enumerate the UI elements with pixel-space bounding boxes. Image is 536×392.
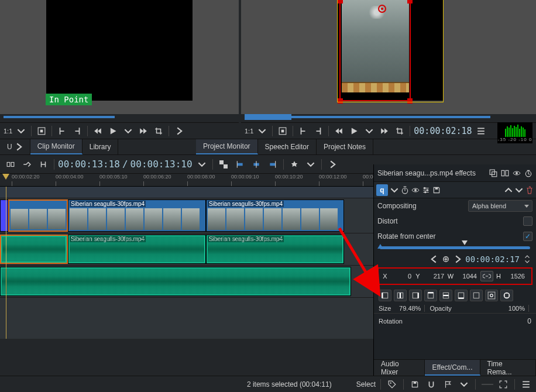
clip-scrubber[interactable] — [0, 114, 239, 122]
compositing-select[interactable]: Alpha blend — [468, 200, 532, 212]
tool-insert-icon[interactable] — [4, 157, 18, 171]
grid-icon[interactable] — [35, 125, 48, 137]
timeline-clip[interactable] — [0, 267, 351, 296]
rotate-from-center-checkbox[interactable] — [523, 232, 532, 241]
crop-icon[interactable] — [393, 125, 406, 137]
grid-icon[interactable] — [276, 125, 289, 137]
prev-keyframe-icon[interactable] — [430, 255, 438, 263]
clip-monitor-stage[interactable]: In Point — [0, 0, 239, 114]
align-btn[interactable] — [379, 290, 391, 301]
add-keyframe-icon[interactable] — [442, 255, 450, 263]
align-btn[interactable] — [409, 290, 422, 301]
rewind-icon[interactable] — [332, 125, 345, 137]
tab-project-monitor[interactable]: Project Monitor — [196, 139, 258, 154]
timeline-position[interactable]: 00:00:13:18 — [58, 159, 120, 170]
align-btn[interactable] — [470, 290, 483, 301]
align-right-icon[interactable] — [266, 157, 280, 171]
flag-icon[interactable] — [441, 378, 454, 391]
fit-btn[interactable] — [500, 290, 513, 301]
tab-clip-monitor[interactable]: Clip Monitor — [30, 139, 83, 154]
tab-library[interactable]: Library — [83, 139, 119, 154]
snap-icon[interactable] — [425, 378, 438, 391]
h-input[interactable]: 1526 — [503, 273, 527, 280]
timeline-clip[interactable]: Siberian seagulls-30fps.mp4 — [68, 200, 206, 232]
save-icon[interactable] — [408, 378, 421, 391]
timeline-clip[interactable]: Siberian seagulls-30fps.mp4 — [206, 200, 344, 232]
timeline-clip[interactable]: Siberian seagulls-30fps.mp4 — [68, 235, 206, 264]
distort-checkbox[interactable] — [523, 216, 532, 226]
mark-out-icon[interactable] — [312, 125, 325, 137]
chevron-up-icon[interactable] — [504, 186, 513, 194]
rotation-value[interactable]: 0 — [405, 317, 531, 325]
align-btn[interactable] — [424, 290, 437, 301]
w-input[interactable]: 1044 — [455, 273, 479, 280]
tool-overwrite-icon[interactable] — [20, 157, 34, 171]
project-zoom-label[interactable]: 1:1 — [245, 128, 253, 135]
chevron-down-icon[interactable] — [122, 125, 135, 137]
align-btn[interactable] — [394, 290, 407, 301]
checker-icon[interactable] — [217, 157, 231, 171]
chevron-down-icon[interactable] — [256, 125, 269, 137]
eye-icon[interactable] — [513, 169, 521, 177]
x-input[interactable]: 0 — [389, 273, 414, 280]
keyframe-slider[interactable] — [374, 244, 536, 253]
zoom-slider-icon[interactable] — [480, 378, 493, 391]
split-icon[interactable] — [501, 169, 509, 177]
mark-out-icon[interactable] — [71, 125, 84, 137]
tab-unknown[interactable]: U — [0, 139, 30, 154]
tool-spacer-icon[interactable] — [36, 157, 50, 171]
play-icon[interactable] — [106, 125, 119, 137]
clip-zoom-label[interactable]: 1:1 — [4, 128, 12, 135]
mark-in-icon[interactable] — [297, 125, 310, 137]
timeline-clip[interactable] — [0, 200, 8, 232]
tab-effect-compositing[interactable]: Effect/Com... — [425, 360, 480, 376]
chevron-down-icon[interactable] — [458, 378, 470, 391]
trash-icon[interactable] — [525, 186, 534, 194]
fast-forward-icon[interactable] — [137, 125, 150, 137]
hamburger-icon[interactable] — [475, 125, 487, 137]
timer-icon[interactable] — [524, 169, 532, 177]
hamburger-icon[interactable] — [520, 378, 532, 391]
star-icon[interactable] — [287, 157, 301, 171]
tab-speech-editor[interactable]: Speech Editor — [258, 139, 317, 154]
chevron-down-icon[interactable] — [515, 186, 523, 194]
effect-enable-toggle[interactable]: q — [376, 184, 388, 196]
rewind-icon[interactable] — [91, 125, 104, 137]
size-value[interactable]: 79.48% — [393, 305, 425, 312]
overflow-right-icon[interactable] — [325, 157, 339, 171]
opacity-value[interactable]: 100% — [454, 305, 529, 312]
chevron-down-icon[interactable] — [195, 157, 209, 171]
timeline-clip[interactable] — [0, 235, 68, 264]
crop-icon[interactable] — [152, 125, 165, 137]
stopwatch-icon[interactable] — [401, 186, 409, 194]
fast-forward-icon[interactable] — [378, 125, 391, 137]
align-left-icon[interactable] — [233, 157, 247, 171]
eye-icon[interactable] — [411, 186, 420, 194]
tab-project-notes[interactable]: Project Notes — [317, 139, 373, 154]
chevron-down-icon[interactable] — [390, 186, 398, 194]
tag-icon[interactable] — [386, 378, 398, 391]
fit-btn[interactable] — [485, 290, 498, 301]
chevron-down-icon[interactable] — [15, 125, 28, 137]
play-icon[interactable] — [348, 125, 360, 137]
save-icon[interactable] — [432, 186, 441, 194]
spinner-icon[interactable] — [523, 255, 531, 263]
next-keyframe-icon[interactable] — [453, 255, 462, 263]
timeline-clip[interactable] — [8, 200, 68, 232]
copy-icon[interactable] — [489, 169, 497, 177]
align-center-icon[interactable] — [249, 157, 263, 171]
chevron-down-icon[interactable] — [304, 157, 318, 171]
keyframe-timecode[interactable]: 00:00:02:17 — [465, 255, 520, 264]
sliders-icon[interactable] — [422, 186, 430, 194]
y-input[interactable]: 217 — [422, 273, 446, 280]
project-timecode[interactable]: 00:00:02:18 — [414, 126, 472, 136]
project-scrubber[interactable] — [241, 114, 536, 122]
tab-audio-mixer[interactable]: Audio Mixer — [374, 360, 425, 376]
timeline-clip[interactable]: Siberian seagulls-30fps.mp4 — [206, 235, 344, 264]
project-monitor-stage[interactable] — [241, 0, 536, 114]
fit-zoom-icon[interactable] — [497, 378, 510, 391]
align-btn[interactable] — [455, 290, 468, 301]
link-dimensions-icon[interactable] — [480, 271, 493, 281]
overflow-right-icon[interactable] — [173, 125, 185, 137]
tab-time-remap[interactable]: Time Rema... — [480, 360, 536, 376]
